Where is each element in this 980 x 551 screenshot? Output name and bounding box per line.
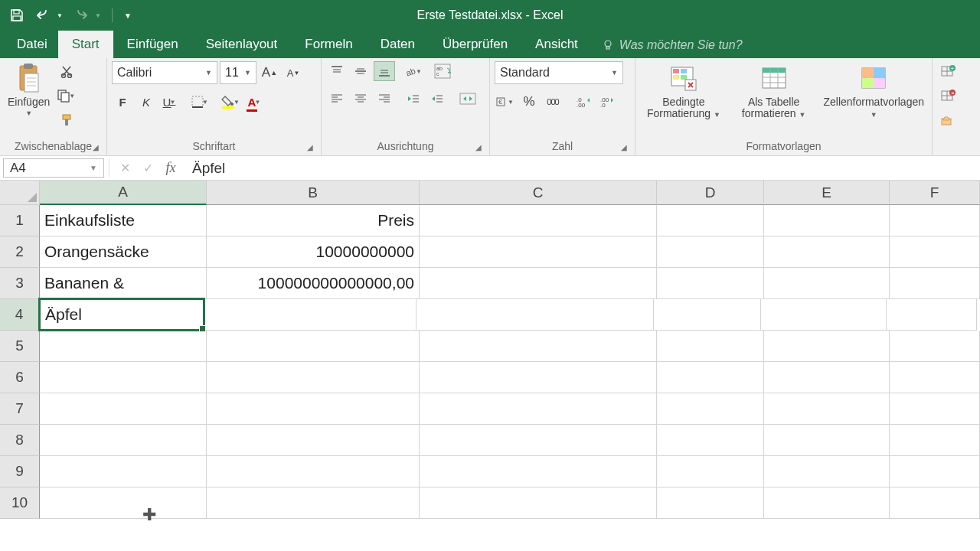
cell[interactable]	[654, 299, 761, 331]
cell[interactable]	[207, 425, 420, 456]
cut-button[interactable]	[56, 61, 77, 81]
align-center-button[interactable]	[350, 89, 371, 109]
cell[interactable]	[40, 487, 207, 519]
cell[interactable]	[764, 456, 890, 487]
cell[interactable]	[657, 456, 764, 487]
tell-me-search[interactable]: Was möchten Sie tun?	[592, 32, 753, 58]
cell[interactable]: Einkaufsliste	[40, 205, 207, 236]
formula-input[interactable]: Äpfel	[185, 156, 980, 180]
cell[interactable]	[657, 393, 764, 425]
tab-home[interactable]: Start	[58, 31, 113, 58]
row-header[interactable]: 3	[0, 268, 40, 299]
comma-format-button[interactable]: 000	[542, 92, 564, 112]
cell[interactable]	[890, 205, 980, 236]
insert-function-button[interactable]: fx	[160, 158, 181, 178]
align-top-button[interactable]	[326, 61, 348, 81]
cell[interactable]	[890, 456, 980, 487]
cell[interactable]	[890, 362, 980, 393]
cell[interactable]	[890, 393, 980, 425]
cell[interactable]	[657, 268, 764, 299]
cell[interactable]	[416, 299, 654, 331]
format-painter-button[interactable]	[56, 110, 77, 130]
increase-decimal-button[interactable]: .0.00	[573, 92, 594, 112]
cell[interactable]	[890, 331, 980, 362]
cell[interactable]	[420, 425, 657, 456]
cell[interactable]	[657, 331, 764, 362]
font-color-button[interactable]: A▼	[244, 92, 266, 112]
column-header[interactable]: A	[40, 181, 207, 205]
cell[interactable]	[887, 299, 977, 331]
increase-indent-button[interactable]	[426, 89, 448, 109]
copy-button[interactable]: ▼	[56, 86, 77, 106]
row-header[interactable]: 10	[0, 487, 40, 519]
cell[interactable]	[420, 487, 657, 519]
cell[interactable]	[420, 456, 657, 487]
name-box[interactable]: A4▼	[3, 158, 104, 178]
cell[interactable]	[764, 331, 890, 362]
row-header[interactable]: 7	[0, 393, 40, 425]
format-cells-button[interactable]	[937, 110, 959, 130]
cell[interactable]	[40, 331, 207, 362]
cell[interactable]	[420, 205, 657, 236]
number-launcher[interactable]: ◢	[619, 143, 629, 152]
cell[interactable]: 10000000000	[207, 236, 420, 268]
cell[interactable]	[890, 268, 980, 299]
tab-formulas[interactable]: Formeln	[291, 31, 366, 58]
row-header[interactable]: 6	[0, 362, 40, 393]
orientation-button[interactable]: ab▼	[403, 61, 424, 81]
accounting-format-button[interactable]: €▼	[495, 92, 516, 112]
select-all-corner[interactable]	[0, 181, 40, 205]
cell[interactable]	[657, 205, 764, 236]
paste-button[interactable]: Einfügen ▼	[5, 61, 53, 119]
tab-insert[interactable]: Einfügen	[113, 31, 192, 58]
cell[interactable]	[420, 362, 657, 393]
cell[interactable]	[890, 425, 980, 456]
column-header[interactable]: B	[207, 181, 420, 205]
cell[interactable]	[657, 425, 764, 456]
worksheet-grid[interactable]: ABCDEF 1EinkaufslistePreis2Orangensäcke1…	[0, 181, 980, 519]
cell[interactable]	[40, 393, 207, 425]
cell[interactable]	[657, 487, 764, 519]
format-table-button[interactable]: Als Tabelle formatieren ▼	[730, 61, 818, 122]
tab-layout[interactable]: Seitenlayout	[192, 31, 292, 58]
cell[interactable]	[657, 362, 764, 393]
insert-cells-button[interactable]: +	[937, 61, 959, 81]
font-size-combo[interactable]: 11▼	[220, 61, 256, 84]
align-left-button[interactable]	[326, 89, 348, 109]
cell[interactable]	[657, 236, 764, 268]
tab-review[interactable]: Überprüfen	[429, 31, 521, 58]
delete-cells-button[interactable]: ×	[937, 86, 959, 106]
cell[interactable]: Preis	[207, 205, 420, 236]
tab-data[interactable]: Daten	[367, 31, 429, 58]
cell[interactable]	[764, 268, 890, 299]
save-button[interactable]	[9, 8, 24, 23]
cell[interactable]	[207, 331, 420, 362]
font-name-combo[interactable]: Calibri▼	[112, 61, 217, 84]
column-header[interactable]: C	[420, 181, 657, 205]
tab-file[interactable]: Datei	[6, 31, 58, 58]
underline-button[interactable]: U▼	[159, 92, 181, 112]
cell[interactable]	[207, 362, 420, 393]
align-right-button[interactable]	[374, 89, 395, 109]
cell[interactable]	[207, 456, 420, 487]
cell[interactable]: Bananen &	[40, 268, 207, 299]
cell[interactable]	[764, 362, 890, 393]
cell[interactable]	[40, 362, 207, 393]
cell[interactable]	[204, 299, 416, 331]
redo-dropdown-icon[interactable]: ▼	[95, 12, 101, 19]
increase-font-button[interactable]: A▲	[259, 63, 280, 83]
row-header[interactable]: 2	[0, 236, 40, 268]
cell[interactable]	[890, 487, 980, 519]
cell[interactable]	[420, 331, 657, 362]
cell[interactable]	[420, 236, 657, 268]
cell-styles-button[interactable]: Zellenformatvorlagen ▼	[820, 61, 927, 122]
cell[interactable]	[764, 205, 890, 236]
decrease-font-button[interactable]: A▼	[283, 63, 304, 83]
borders-button[interactable]: ▼	[190, 92, 211, 112]
row-header[interactable]: 8	[0, 425, 40, 456]
cell[interactable]	[890, 236, 980, 268]
row-header[interactable]: 1	[0, 205, 40, 236]
customize-qat-button[interactable]: ▼	[123, 8, 132, 23]
align-bottom-button[interactable]	[374, 61, 395, 81]
cell[interactable]	[764, 425, 890, 456]
